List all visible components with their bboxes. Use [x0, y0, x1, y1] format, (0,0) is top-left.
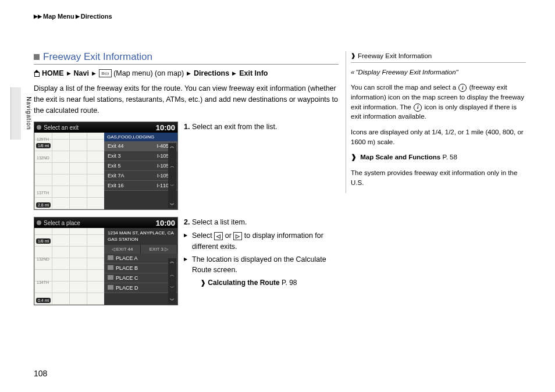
scroll-bottom-icon: ︾ [170, 297, 175, 304]
map-street: 137TH [37, 191, 49, 195]
list-item: PLACE B [104, 263, 177, 273]
shot-list-panel: GAS,FOOD,LODGING Exit 44I-405 N Exit 3I-… [104, 133, 177, 209]
scroll-top-icon: ︽ [170, 143, 175, 149]
ref-label: Map Scale and Functions [360, 154, 440, 161]
nav-sep-icon: ▶ [232, 70, 236, 76]
step-2-instr: 2. Select a list item. Select ◁ or ▷ to … [184, 217, 339, 305]
shot-title: Select an exit [44, 124, 79, 131]
shot-list-panel: 1234 MAIN ST, ANYPLACE, CA GAS STATION ◁… [104, 228, 177, 305]
screenshot-exit-list: Select an exit 10:00 129TH 132ND 137TH 1… [34, 122, 178, 210]
scroll-down-icon: ﹀ [170, 284, 175, 291]
step-text: Select a list item. [192, 218, 247, 226]
aside-heading: ❱ Freeway Exit Information [351, 51, 526, 63]
section-heading: Freeway Exit Information [34, 51, 339, 65]
prev-button-icon: ◁ [214, 232, 223, 240]
shot-title: Select a place [44, 220, 80, 226]
poi-icon [108, 275, 113, 280]
map-scale-badge: 1/8 mi [36, 238, 51, 244]
step-number: 1. [184, 123, 190, 131]
list-item: Exit 5I-105 E [104, 161, 177, 171]
scroll-down-icon: ﹀ [170, 183, 175, 189]
aside-arrow-icon: ❱ [351, 52, 355, 60]
side-tab-navigation: Navigation [10, 87, 21, 140]
nav-path: HOME ▶ Navi ▶ ≡▭ (Map menu) (on map) ▶ D… [34, 69, 339, 77]
list-header: GAS,FOOD,LODGING [104, 133, 177, 141]
nav-sep-icon: ▶ [92, 70, 96, 76]
nav-navi: Navi [74, 69, 89, 77]
step-1-row: Select an exit 10:00 129TH 132ND 137TH 1… [34, 122, 339, 210]
map-street: 132ND [37, 156, 49, 160]
scroll-arrows: ︽ ︿ ﹀ ︾ [168, 143, 176, 208]
place-address: 1234 MAIN ST, ANYPLACE, CA GAS STATION [104, 228, 177, 245]
ref-label: Calculating the Route [208, 279, 279, 287]
aside-column: ❱ Freeway Exit Information "Display Free… [346, 51, 526, 193]
back-dot-icon [37, 125, 41, 130]
step-text: Select an exit from the list. [192, 123, 278, 131]
list-item: Exit 3I-105 E [104, 151, 177, 161]
aside-p2: Icons are displayed only at 1/4, 1/2, or… [351, 127, 526, 147]
map-street: 129TH [37, 137, 49, 141]
nav-exitinfo: Exit Info [239, 69, 268, 77]
ref-arrow-icon: ❱ [351, 154, 357, 161]
breadcrumb-item-b: Directions [81, 13, 112, 20]
page-number: 108 [34, 369, 47, 378]
square-bullet-icon [34, 54, 40, 60]
side-tab-label: Navigation [26, 97, 32, 130]
main-column: Freeway Exit Information HOME ▶ Navi ▶ ≡… [34, 51, 339, 312]
shot-topbar: Select an exit 10:00 [34, 122, 177, 133]
nav-home: HOME [42, 69, 64, 77]
nav-sep-icon: ▶ [67, 70, 71, 76]
shot-clock: 10:00 [156, 219, 175, 227]
info-icon: i [414, 104, 422, 112]
list-item: Exit 7AI-105 E [104, 171, 177, 181]
nav-directions: Directions [194, 69, 229, 77]
step-1-instr: 1. Select an exit from the list. [184, 122, 339, 210]
cross-reference: ❱ Calculating the Route P. 98 [184, 277, 339, 288]
shot-map-bg: 132ND 134TH 1/8 mi 0.4 mi [34, 228, 104, 305]
list-item: Exit 44I-405 N [104, 141, 177, 151]
place-list: PLACE A PLACE B PLACE C PLACE D [104, 254, 177, 293]
step-number: 2. [184, 218, 190, 226]
scroll-bottom-icon: ︾ [170, 202, 175, 208]
shot-topbar: Select a place 10:00 [34, 218, 177, 228]
cross-reference: ❱ Map Scale and Functions P. 58 [351, 152, 526, 162]
scroll-arrows: ︽ ︿ ﹀ ︾ [168, 258, 176, 304]
next-button-icon: ▷ [233, 232, 242, 240]
ref-arrow-icon: ❱ [200, 279, 206, 287]
map-street: 132ND [37, 257, 49, 261]
breadcrumb: ▶▶ Map Menu ▶ Directions [34, 13, 112, 20]
section-title: Freeway Exit Information [43, 51, 152, 63]
map-distance-badge: 2.8 mi [36, 202, 51, 208]
map-street: 134TH [37, 280, 49, 284]
list-item: PLACE A [104, 254, 177, 263]
poi-icon [108, 285, 113, 290]
ref-page: P. 58 [442, 154, 457, 161]
exit-cur: EXIT 3 ▷ [141, 245, 177, 254]
aside-p1: You can scroll the map and select a i (f… [351, 83, 526, 122]
shot-map-bg: 129TH 132ND 137TH 1/8 mi 2.8 mi [34, 133, 104, 209]
aside-title: Freeway Exit Information [358, 51, 432, 61]
scroll-top-icon: ︽ [170, 258, 175, 265]
step-bullet: Select ◁ or ▷ to display information for… [184, 230, 339, 252]
breadcrumb-item-a: Map Menu [43, 13, 74, 20]
list-item: PLACE D [104, 283, 177, 293]
poi-icon [108, 255, 113, 260]
map-scale-badge: 1/8 mi [36, 143, 51, 148]
shot-clock: 10:00 [156, 123, 175, 132]
ref-page: P. 98 [282, 279, 297, 287]
aside-p3: The system provides freeway exit informa… [351, 168, 526, 187]
breadcrumb-arrows: ▶▶ [34, 13, 42, 19]
list-item: Exit 16I-110 N [104, 181, 177, 191]
map-menu-icon: ≡▭ [99, 69, 112, 77]
poi-icon [108, 265, 113, 270]
back-dot-icon [37, 220, 41, 225]
scroll-up-icon: ︿ [170, 272, 175, 278]
info-icon: i [458, 84, 467, 92]
map-distance-badge: 0.4 mi [36, 298, 51, 303]
exit-nav: ◁ EXIT 44 EXIT 3 ▷ [104, 245, 177, 254]
breadcrumb-sep: ▶ [76, 13, 80, 19]
voice-command: "Display Freeway Exit Information" [351, 67, 526, 77]
nav-sep-icon: ▶ [187, 70, 191, 76]
step-bullet: The location is displayed on the Calcula… [184, 254, 339, 276]
home-icon [34, 70, 40, 77]
